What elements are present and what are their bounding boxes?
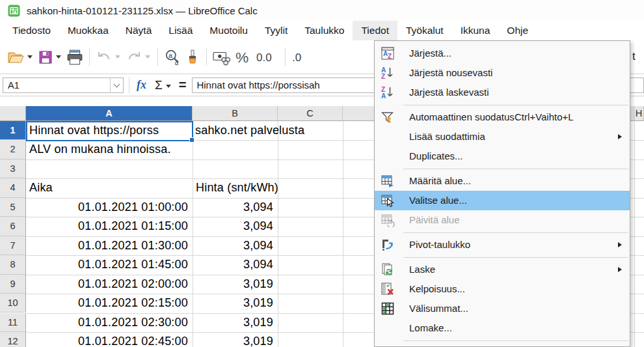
menubar-item-työkalut[interactable]: Työkalut: [397, 21, 452, 40]
clone-formatting-icon[interactable]: [183, 46, 202, 68]
menu-separator: [403, 340, 628, 341]
column-header-A[interactable]: A: [26, 106, 193, 121]
menu-item-label: Järjestä nousevasti: [409, 63, 492, 83]
find-replace-icon[interactable]: ad: [162, 46, 183, 68]
save-dropdown-arrow[interactable]: [56, 55, 61, 59]
menu-item-pivot-table[interactable]: Pivot-taulukko: [375, 235, 630, 255]
menu-item-label: Laske: [409, 260, 435, 279]
column-header-B[interactable]: B: [193, 106, 278, 121]
row-header-9[interactable]: 9: [0, 275, 26, 294]
sort-descending-icon: ZA: [381, 85, 395, 100]
cell-A2[interactable]: ALV on mukana hinnoissa.: [26, 140, 193, 159]
select-all-corner[interactable]: [0, 106, 26, 121]
cell-A11[interactable]: 01.01.2021 02:30:00: [26, 313, 193, 332]
sum-dropdown-arrow[interactable]: [166, 85, 171, 88]
svg-text:Z: Z: [381, 86, 385, 93]
column-header-H[interactable]: H: [634, 106, 644, 121]
print-icon[interactable]: [64, 46, 85, 68]
menu-item-sort-ascending[interactable]: AZJärjestä nousevasti: [375, 63, 630, 83]
menu-item-form[interactable]: Lomake...: [375, 318, 630, 338]
row-header-4[interactable]: 4: [0, 178, 26, 197]
sort-ascending-icon: AZ: [381, 66, 395, 80]
cell-A1-overflow-text[interactable]: sahko.net palvelusta: [195, 121, 304, 140]
calculate-icon: [381, 262, 395, 277]
row-header-6[interactable]: 6: [0, 217, 26, 236]
percent-format-icon[interactable]: %: [233, 46, 254, 68]
redo-icon: [124, 46, 144, 68]
cell-A12[interactable]: 01.01.2021 02:45:00: [26, 332, 193, 347]
menu-item-sort[interactable]: AZJärjestä...: [375, 44, 630, 63]
validity-icon: [381, 282, 395, 296]
menu-item-autofilter[interactable]: Automaattinen suodatusCtrl+Vaihto+L: [375, 107, 630, 127]
row-header-3[interactable]: 3: [0, 160, 26, 178]
equals-icon[interactable]: =: [179, 77, 187, 92]
libreoffice-calc-window: sahkon-hinta-010121-231125.xlsx — LibreO…: [0, 0, 644, 347]
column-header-C[interactable]: C: [278, 106, 343, 121]
no-icon: [381, 149, 395, 163]
cell-A5[interactable]: 01.01.2021 01:00:00: [26, 198, 193, 217]
menu-item-more-filters[interactable]: Lisää suodattimia: [375, 127, 630, 146]
selection-fill-handle[interactable]: [189, 137, 195, 143]
menubar-item-tiedosto[interactable]: Tiedosto: [4, 21, 59, 40]
menu-item-sort-descending[interactable]: ZAJärjestä laskevasti: [375, 83, 630, 102]
row-header-10[interactable]: 10: [0, 294, 26, 312]
cell-B11[interactable]: 3,019: [193, 313, 278, 332]
name-box[interactable]: A1: [3, 77, 124, 93]
currency-format-icon[interactable]: [211, 46, 233, 68]
menu-item-label: Automaattinen suodatus: [409, 107, 515, 127]
name-box-dropdown[interactable]: [110, 78, 123, 92]
menubar-item-lisää[interactable]: Lisää: [160, 21, 201, 40]
menu-item-refresh-range: Päivitä alue: [375, 210, 630, 230]
cell-A6[interactable]: 01.01.2021 01:15:00: [26, 217, 193, 236]
svg-text:A: A: [381, 92, 386, 100]
save-icon[interactable]: [36, 46, 55, 68]
row-header-2[interactable]: 2: [0, 140, 26, 159]
add-decimal-icon[interactable]: 0.0: [254, 46, 281, 68]
menu-item-select-range[interactable]: Valitse alue...: [375, 191, 630, 210]
menubar-item-muotoilu[interactable]: Muotoilu: [201, 21, 256, 40]
cell-A10[interactable]: 01.01.2021 02:15:00: [26, 294, 193, 312]
delete-decimal-icon[interactable]: .0: [289, 46, 309, 68]
cell-B4[interactable]: Hinta (snt/kWh): [193, 178, 278, 197]
menubar-item-taulukko[interactable]: Taulukko: [296, 21, 353, 40]
menu-item-validity[interactable]: Kelpoisuus...: [375, 279, 630, 299]
row-header-7[interactable]: 7: [0, 236, 26, 255]
sort-dialog-icon: AZ: [381, 46, 395, 61]
cell-B12[interactable]: 3,019: [193, 332, 278, 347]
cell-B9[interactable]: 3,019: [193, 275, 278, 294]
cell-A7[interactable]: 01.01.2021 01:30:00: [26, 236, 193, 255]
cell-A8[interactable]: 01.01.2021 01:45:00: [26, 255, 193, 274]
menubar-item-tiedot[interactable]: Tiedot: [353, 21, 397, 40]
row-header-12[interactable]: 12: [0, 332, 26, 347]
menu-item-duplicates[interactable]: Duplicates...: [375, 146, 630, 166]
open-dropdown-arrow[interactable]: [27, 55, 33, 59]
window-title: sahkon-hinta-010121-231125.xlsx — LibreO…: [27, 5, 258, 16]
row-header-8[interactable]: 8: [0, 255, 26, 274]
sum-icon[interactable]: Σ: [155, 78, 163, 92]
row-header-5[interactable]: 5: [0, 198, 26, 217]
open-icon[interactable]: [5, 46, 27, 68]
cell-B5[interactable]: 3,094: [193, 198, 278, 217]
menubar-item-tyylit[interactable]: Tyylit: [256, 21, 296, 40]
cell-B6[interactable]: 3,094: [193, 217, 278, 236]
cell-B7[interactable]: 3,094: [193, 236, 278, 255]
menu-item-label: Pivot-taulukko: [409, 235, 470, 255]
cell-B10[interactable]: 3,019: [193, 294, 278, 312]
menubar-item-näytä[interactable]: Näytä: [117, 21, 161, 40]
menu-item-define-range[interactable]: Määritä alue...: [375, 171, 630, 191]
menu-item-calculate[interactable]: Laske: [375, 260, 630, 279]
cell-reference[interactable]: A1: [3, 78, 110, 92]
cell-B8[interactable]: 3,094: [193, 255, 278, 274]
row-header-11[interactable]: 11: [0, 313, 26, 332]
menubar-item-ohje[interactable]: Ohje: [498, 21, 537, 40]
row-header-1[interactable]: 1: [0, 121, 26, 140]
cell-A4[interactable]: Aika: [26, 178, 193, 197]
function-wizard-icon[interactable]: fx: [137, 78, 146, 92]
menu-item-label: Lisää suodattimia: [409, 127, 485, 146]
cell-A9[interactable]: 01.01.2021 02:00:00: [26, 275, 193, 294]
menu-item-subtotals[interactable]: Välisummat...: [375, 299, 630, 318]
menubar-item-muokkaa[interactable]: Muokkaa: [59, 21, 117, 40]
menubar-item-ikkuna[interactable]: Ikkuna: [452, 21, 499, 40]
menu-item-streams[interactable]: Virrat...: [375, 343, 630, 347]
calc-app-icon: [8, 5, 20, 17]
